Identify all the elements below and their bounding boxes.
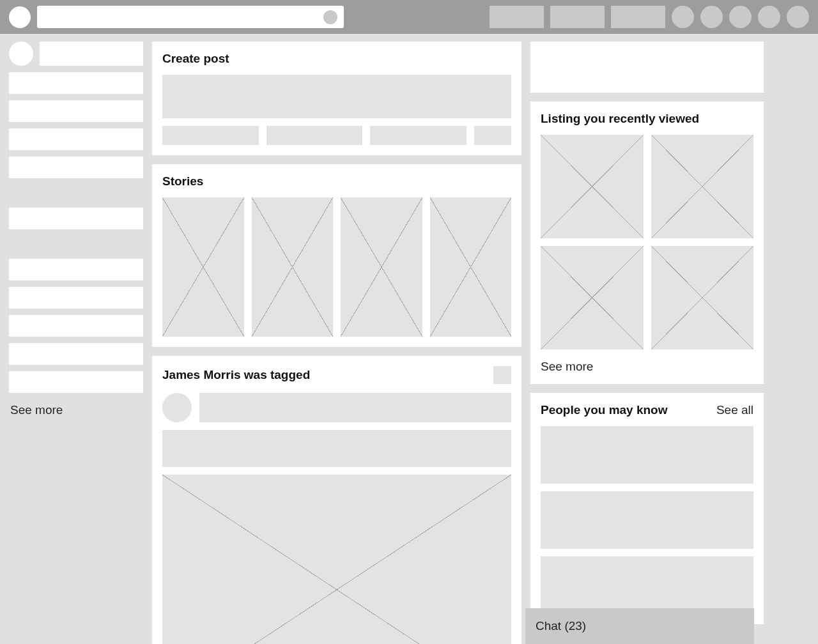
left-sidebar: See more xyxy=(9,42,143,421)
post-menu-icon[interactable] xyxy=(493,366,511,384)
top-nav-button-3[interactable] xyxy=(611,6,665,28)
stories-row xyxy=(162,197,511,337)
create-post-card: Create post xyxy=(152,42,521,155)
create-post-title: Create post xyxy=(162,52,511,66)
top-nav-circle-4[interactable] xyxy=(758,6,780,28)
top-nav-button-2[interactable] xyxy=(550,6,605,28)
search-input[interactable] xyxy=(43,6,318,28)
listings-card: Listing you recently viewed See more xyxy=(530,102,764,384)
search-box[interactable] xyxy=(37,6,344,28)
story-tile-3[interactable] xyxy=(341,197,422,337)
sidebar-gap-2 xyxy=(9,236,143,252)
sidebar-item-4[interactable] xyxy=(9,157,143,178)
chat-label: Chat (23) xyxy=(536,619,586,633)
stories-card: Stories xyxy=(152,164,521,347)
create-post-action-3[interactable] xyxy=(370,126,467,145)
top-nav-circle-5[interactable] xyxy=(787,6,809,28)
story-tile-4[interactable] xyxy=(430,197,512,337)
top-nav-button-1[interactable] xyxy=(490,6,544,28)
people-title: People you may know xyxy=(541,403,668,417)
avatar-icon xyxy=(9,42,33,66)
create-post-actions xyxy=(162,126,511,145)
people-item-3[interactable] xyxy=(541,556,753,614)
listings-see-more[interactable]: See more xyxy=(541,360,753,374)
post-text xyxy=(162,430,511,467)
sidebar-item-5[interactable] xyxy=(9,208,143,229)
stories-title: Stories xyxy=(162,174,511,188)
sidebar-item-9[interactable] xyxy=(9,343,143,365)
people-item-2[interactable] xyxy=(541,491,753,549)
listing-tile-2[interactable] xyxy=(651,135,754,238)
sidebar-see-more[interactable]: See more xyxy=(9,399,143,421)
post-avatar-icon[interactable] xyxy=(162,393,192,422)
sidebar-item-7[interactable] xyxy=(9,287,143,309)
post-card: James Morris was tagged xyxy=(152,356,521,644)
create-post-input[interactable] xyxy=(162,75,511,118)
listings-grid xyxy=(541,135,753,349)
sidebar-item-6[interactable] xyxy=(9,259,143,280)
search-icon[interactable] xyxy=(323,10,337,24)
top-nav-circle-3[interactable] xyxy=(729,6,752,28)
post-image[interactable] xyxy=(162,475,511,644)
story-tile-1[interactable] xyxy=(162,197,244,337)
chat-dock[interactable]: Chat (23) xyxy=(525,608,754,644)
post-headline: James Morris was tagged xyxy=(162,368,310,382)
people-see-all[interactable]: See all xyxy=(716,403,753,417)
people-item-1[interactable] xyxy=(541,426,753,484)
top-nav-circle-2[interactable] xyxy=(700,6,723,28)
listing-tile-1[interactable] xyxy=(541,135,644,238)
sidebar-item-1[interactable] xyxy=(9,72,143,94)
create-post-action-1[interactable] xyxy=(162,126,259,145)
right-sidebar: Listing you recently viewed See more Peo… xyxy=(530,42,764,624)
logo-icon[interactable] xyxy=(9,6,31,28)
create-post-action-4[interactable] xyxy=(474,126,511,145)
create-post-action-2[interactable] xyxy=(266,126,363,145)
profile-row[interactable] xyxy=(9,42,143,66)
listing-tile-3[interactable] xyxy=(541,246,644,349)
profile-name-placeholder xyxy=(40,42,143,66)
story-tile-2[interactable] xyxy=(252,197,334,337)
main-feed: Create post Stories James Morris was tag… xyxy=(152,42,521,644)
post-user-row xyxy=(162,393,511,422)
sidebar-item-10[interactable] xyxy=(9,371,143,393)
post-user-meta xyxy=(199,393,511,422)
right-blank-card xyxy=(530,42,764,93)
listing-tile-4[interactable] xyxy=(651,246,754,349)
listings-title: Listing you recently viewed xyxy=(541,112,753,126)
people-card: People you may know See all xyxy=(530,393,764,624)
people-list xyxy=(541,426,753,614)
sidebar-item-2[interactable] xyxy=(9,100,143,122)
top-nav-circle-1[interactable] xyxy=(672,6,694,28)
top-bar xyxy=(0,0,818,34)
sidebar-gap xyxy=(9,185,143,201)
sidebar-item-8[interactable] xyxy=(9,315,143,337)
sidebar-item-3[interactable] xyxy=(9,128,143,150)
